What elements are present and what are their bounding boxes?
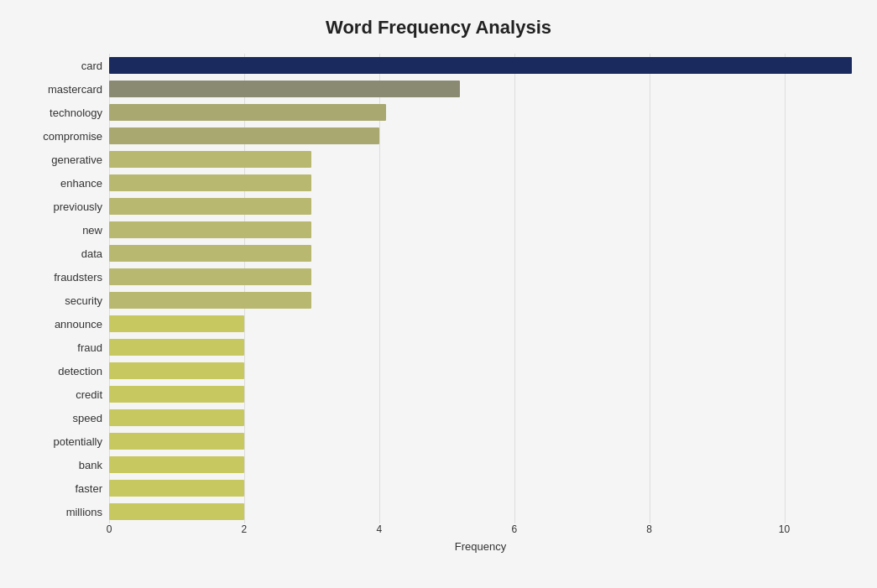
y-label: fraudsters xyxy=(54,265,102,289)
bar-row xyxy=(109,54,852,77)
bar-row xyxy=(109,382,852,406)
bar-row xyxy=(109,312,852,336)
bar xyxy=(109,456,244,473)
bar-row xyxy=(109,77,852,101)
bar xyxy=(109,198,311,215)
bar-row xyxy=(109,289,852,312)
bar-row xyxy=(109,218,852,242)
bar xyxy=(109,104,386,121)
bars-wrapper xyxy=(109,54,852,523)
bar xyxy=(109,268,311,285)
bar xyxy=(109,503,244,520)
y-label: compromise xyxy=(43,124,102,148)
bar xyxy=(109,339,244,356)
y-label: credit xyxy=(76,383,102,407)
bar-row xyxy=(109,406,852,429)
bar-row xyxy=(109,195,852,218)
x-tick: 10 xyxy=(779,523,790,535)
bar xyxy=(109,433,244,450)
y-label: enhance xyxy=(60,171,102,195)
y-label: bank xyxy=(79,454,102,477)
x-tick: 4 xyxy=(376,523,382,535)
x-tick: 0 xyxy=(107,523,112,535)
y-label: detection xyxy=(58,360,102,383)
x-tick: 2 xyxy=(242,523,248,535)
bar xyxy=(109,81,460,97)
bar-row xyxy=(109,336,852,359)
chart-title: Word Frequency Analysis xyxy=(25,17,852,39)
y-label: faster xyxy=(75,477,102,501)
bar xyxy=(109,386,244,403)
y-label: security xyxy=(65,289,102,312)
y-label: previously xyxy=(53,195,102,218)
y-label: millions xyxy=(66,501,102,524)
bar xyxy=(109,221,311,238)
x-tick: 6 xyxy=(511,523,517,535)
x-tick: 8 xyxy=(646,523,652,535)
bar-row xyxy=(109,242,852,265)
y-label: new xyxy=(82,218,102,242)
y-label: card xyxy=(81,54,102,77)
chart-container: Word Frequency Analysis cardmastercardte… xyxy=(0,0,877,588)
bar-row xyxy=(109,429,852,453)
y-axis: cardmastercardtechnologycompromisegenera… xyxy=(25,54,109,524)
bar xyxy=(109,127,379,144)
bar xyxy=(109,362,244,379)
plot-area: 0246810 Frequency xyxy=(109,54,852,524)
bar-row xyxy=(109,453,852,476)
y-label: announce xyxy=(55,313,102,336)
y-label: technology xyxy=(50,101,102,124)
bar-row xyxy=(109,148,852,171)
x-axis-label: Frequency xyxy=(109,540,852,553)
bar xyxy=(109,245,311,262)
y-label: potentially xyxy=(53,430,102,454)
y-label: mastercard xyxy=(48,77,102,101)
bar xyxy=(109,480,244,497)
y-label: speed xyxy=(73,407,102,430)
bar xyxy=(109,151,311,168)
bar xyxy=(109,57,852,74)
y-label: fraud xyxy=(77,336,102,360)
bar-row xyxy=(109,124,852,148)
bar xyxy=(109,174,311,191)
bar xyxy=(109,315,244,332)
bar xyxy=(109,409,244,426)
y-label: generative xyxy=(51,148,102,171)
bar-row xyxy=(109,171,852,195)
bar xyxy=(109,292,311,309)
bar-row xyxy=(109,476,852,500)
bar-row xyxy=(109,359,852,382)
bar-row xyxy=(109,101,852,124)
y-label: data xyxy=(81,242,102,265)
bar-row xyxy=(109,265,852,289)
chart-area: cardmastercardtechnologycompromisegenera… xyxy=(25,54,852,524)
bar-row xyxy=(109,500,852,523)
